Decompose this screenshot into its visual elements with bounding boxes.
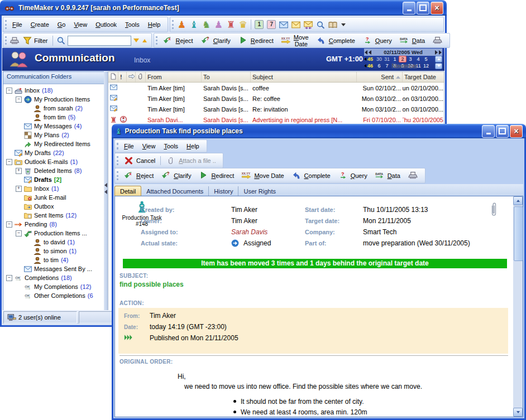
- calendar-grid[interactable]: 45303112345466789101112November: [364, 56, 442, 69]
- folder-junk-e-mail[interactable]: Junk E-mail: [3, 193, 104, 202]
- folder-completions[interactable]: −OKCompletions(18): [3, 273, 104, 282]
- mail-row[interactable]: Tim Aker [tim]Sarah Davis [s...Re: coffe…: [108, 93, 444, 104]
- tab-detail[interactable]: Detail: [114, 186, 141, 196]
- mail-transfer-icon[interactable]: [302, 19, 314, 31]
- folder-sent-items[interactable]: Sent Items(12): [3, 211, 104, 220]
- printer-button[interactable]: [429, 36, 446, 46]
- folder-my-plans[interactable]: My Plans(2): [3, 131, 104, 139]
- minimize-button[interactable]: [403, 2, 415, 15]
- attachment-paperclip-icon[interactable]: [490, 201, 498, 220]
- calendar-day[interactable]: 30: [375, 56, 383, 62]
- expander-collapse-icon[interactable]: −: [6, 221, 12, 228]
- col-to-header[interactable]: To: [202, 72, 251, 82]
- folder-outbox[interactable]: Outbox: [3, 202, 104, 211]
- calendar-day[interactable]: 1: [391, 56, 399, 62]
- redirect-button[interactable]: Redirect: [195, 171, 237, 181]
- calendar-7-icon[interactable]: 7: [265, 19, 278, 31]
- filter-label[interactable]: Filter: [34, 37, 47, 44]
- col-attach-header[interactable]: [136, 72, 146, 82]
- folder-my-production-items[interactable]: −My Production Items: [3, 95, 104, 104]
- menu-help[interactable]: Help: [183, 141, 203, 151]
- calendar-day[interactable]: 3: [407, 56, 414, 62]
- folder-my-redirected-items[interactable]: My Redirected Items: [3, 139, 104, 148]
- col-subject-header[interactable]: Subject: [251, 72, 357, 82]
- knight-green-icon[interactable]: ♞: [200, 19, 212, 31]
- search-icon[interactable]: [314, 19, 327, 31]
- panel-splitter[interactable]: [104, 71, 108, 312]
- complete-button[interactable]: Complete: [313, 36, 358, 46]
- folder-drafts[interactable]: Drafts[2]: [3, 175, 104, 184]
- calendar-next-icon[interactable]: [435, 50, 438, 55]
- folder-pending[interactable]: −Pending(8): [3, 220, 104, 229]
- data-button[interactable]: DATAData: [371, 171, 404, 181]
- mail-blue-icon[interactable]: [278, 19, 290, 31]
- folder-my-messages[interactable]: My Messages(4): [3, 122, 104, 131]
- maximize-button[interactable]: [417, 2, 429, 15]
- calendar-day[interactable]: 4: [414, 56, 422, 62]
- menu-outlook[interactable]: Outlook: [92, 20, 121, 30]
- mail-yellow-icon[interactable]: [290, 19, 302, 31]
- attach-file-button[interactable]: Attach a file ..: [162, 156, 219, 165]
- folder-to-tim[interactable]: to tim(4): [3, 255, 104, 264]
- menu-help[interactable]: Help: [144, 20, 165, 30]
- move-date-button[interactable]: XX.YYMove Date: [278, 33, 312, 48]
- col-sent-header[interactable]: Sent: [357, 72, 403, 82]
- scroll-down-icon[interactable]: [513, 408, 523, 417]
- menu-view[interactable]: View: [138, 141, 160, 151]
- expander-collapse-icon[interactable]: −: [6, 275, 12, 281]
- expander-collapse-icon[interactable]: −: [6, 88, 12, 94]
- menu-view[interactable]: View: [70, 20, 91, 30]
- menu-go[interactable]: Go: [54, 20, 70, 30]
- printer-icon[interactable]: [8, 35, 21, 46]
- dialog-close-button[interactable]: ×: [510, 125, 523, 138]
- query-button[interactable]: ?Query: [359, 36, 395, 46]
- calendar-1-icon[interactable]: 1: [253, 19, 265, 31]
- folder-inbox[interactable]: +Inbox(1): [3, 184, 104, 193]
- col-forward-header[interactable]: [127, 72, 136, 82]
- menu-tools[interactable]: Tools: [160, 141, 182, 151]
- folder-production-items[interactable]: −OKProduction Items ...: [3, 229, 104, 238]
- menu-create[interactable]: Create: [27, 20, 53, 30]
- mail-row[interactable]: Tim Aker [tim]Sarah Davis [s...Re: invit…: [108, 104, 444, 114]
- rook-red-icon[interactable]: ♜: [224, 19, 237, 31]
- move-date-button[interactable]: XX.YYMove Date: [238, 171, 287, 181]
- clarify-button[interactable]: ?Clarify: [197, 36, 234, 46]
- calendar-prev-icon[interactable]: [365, 50, 367, 55]
- col-icon-header[interactable]: [108, 72, 118, 82]
- toolbar-overflow-icon[interactable]: [341, 23, 346, 26]
- col-target-header[interactable]: Target Date: [403, 72, 444, 82]
- tab-attached-documents[interactable]: Attached Documents: [141, 186, 208, 196]
- folder-outlook-e-mails[interactable]: −Outlook E-mails(1): [3, 157, 104, 166]
- calendar-day[interactable]: 2: [399, 56, 407, 62]
- calendar-header[interactable]: 02/11/2005 Wed: [364, 49, 442, 56]
- reject-button[interactable]: xReject: [120, 171, 157, 181]
- calendar-day[interactable]: 5: [422, 56, 430, 62]
- mail-row[interactable]: Tim Aker [tim]Sarah Davis [s...coffeeSun…: [108, 83, 444, 93]
- pawn-orange-icon[interactable]: ♟: [175, 19, 188, 31]
- tab-user-rights[interactable]: User Rights: [238, 186, 280, 196]
- calendar-scroll-down[interactable]: [435, 63, 442, 70]
- dialog-scrollbar[interactable]: [513, 196, 523, 417]
- expander-expand-icon[interactable]: +: [16, 186, 22, 192]
- redirect-button[interactable]: Redirect: [235, 36, 277, 46]
- mini-calendar[interactable]: 02/11/2005 Wed 45303112345466789101112No…: [364, 49, 442, 70]
- users-icon[interactable]: [7, 50, 31, 68]
- folder-my-completions[interactable]: OKMy Completions(12): [3, 282, 104, 291]
- folder-from-sarah[interactable]: from sarah(2): [3, 104, 104, 113]
- query-button[interactable]: ?Query: [334, 171, 371, 181]
- folder-my-drafts[interactable]: My Drafts(22): [3, 148, 104, 157]
- close-button[interactable]: ×: [431, 2, 443, 15]
- calendar-scroll-up[interactable]: [435, 56, 442, 62]
- calendar-day[interactable]: 31: [383, 56, 391, 62]
- complete-button[interactable]: Complete: [288, 171, 334, 181]
- folder-to-david[interactable]: to david(1): [3, 238, 104, 247]
- folder-messages-sent-by[interactable]: Messages Sent By ...: [3, 264, 104, 273]
- menu-tools[interactable]: Tools: [121, 20, 144, 30]
- pawn-purple-icon[interactable]: ♟: [212, 19, 224, 31]
- search-input[interactable]: [68, 36, 131, 46]
- folder-deleted-items[interactable]: +Deleted Items(8): [3, 166, 104, 175]
- expander-expand-icon[interactable]: +: [16, 168, 22, 174]
- col-priority-header[interactable]: !: [118, 72, 127, 82]
- menu-file[interactable]: File: [120, 141, 138, 151]
- data-button[interactable]: DATAData: [396, 36, 428, 46]
